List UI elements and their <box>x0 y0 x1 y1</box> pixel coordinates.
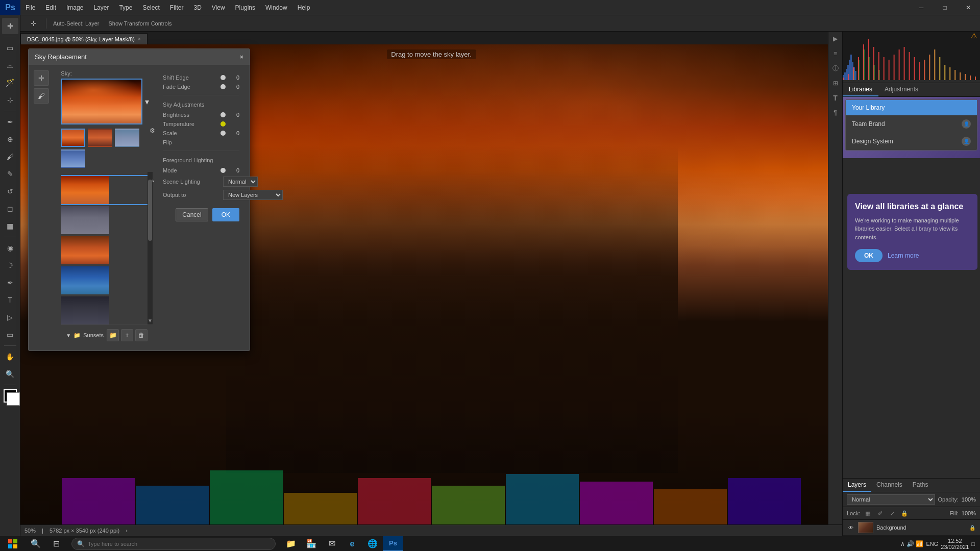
taskbar-photoshop[interactable]: Ps <box>383 536 403 552</box>
menu-window[interactable]: Window <box>260 0 292 15</box>
quick-select-tool[interactable]: 🪄 <box>2 74 18 91</box>
clone-stamp-tool[interactable]: ✎ <box>2 166 18 182</box>
menu-select[interactable]: Select <box>137 0 164 15</box>
brush-tool[interactable]: 🖌 <box>2 148 18 165</box>
menu-plugins[interactable]: Plugins <box>230 0 260 15</box>
gradient-tool[interactable]: ▦ <box>2 218 18 234</box>
list-item[interactable] <box>61 206 153 234</box>
tab-close-button[interactable]: × <box>138 36 141 42</box>
move-tool-icon[interactable]: ✛ <box>26 15 42 32</box>
panel-icon-4[interactable]: ⊞ <box>829 77 842 89</box>
blend-mode-select[interactable]: Normal <box>847 494 935 505</box>
sky-scrollbar-thumb[interactable] <box>148 180 152 241</box>
tab-libraries[interactable]: Libraries <box>843 83 878 96</box>
tab-channels[interactable]: Channels <box>871 479 908 492</box>
sky-collapse-button[interactable]: ▼ 📁 Sunsets <box>66 332 104 339</box>
sky-thumb-2[interactable] <box>88 129 112 147</box>
taskbar-search-icon[interactable]: 🔍 <box>26 536 46 552</box>
taskbar-notification[interactable]: □ <box>971 541 975 547</box>
panel-icon-info[interactable]: ⓘ <box>829 62 842 74</box>
list-item[interactable] <box>61 236 153 264</box>
marquee-tool[interactable]: ▭ <box>2 40 18 56</box>
lasso-tool[interactable]: ⌓ <box>2 57 18 73</box>
library-item-team[interactable]: Team Brand 👤 <box>846 115 977 133</box>
move-tool[interactable]: ✛ <box>2 18 18 34</box>
history-brush-tool[interactable]: ↺ <box>2 183 18 199</box>
lock-position-icon[interactable]: ✐ <box>875 509 885 518</box>
sky-scrollbar[interactable]: ▼ <box>148 172 153 324</box>
spot-heal-tool[interactable]: ⊕ <box>2 131 18 147</box>
menu-edit[interactable]: Edit <box>40 0 61 15</box>
sky-settings-button[interactable]: ⚙ <box>150 127 155 134</box>
tab-paths[interactable]: Paths <box>908 479 934 492</box>
close-button[interactable]: ✕ <box>957 0 980 15</box>
document-tab[interactable]: DSC_0045.jpg @ 50% (Sky, Layer Mask/8) × <box>20 33 148 44</box>
pen-tool[interactable]: ✒ <box>2 274 18 291</box>
type-tool[interactable]: T <box>2 292 18 308</box>
sky-new-folder-button[interactable]: 📁 <box>107 329 119 341</box>
sky-scene-light-select[interactable]: Normal <box>223 177 258 187</box>
library-ok-button[interactable]: OK <box>855 249 883 262</box>
list-item[interactable] <box>61 266 153 294</box>
taskbar-search-input[interactable] <box>88 541 270 547</box>
lock-pixels-icon[interactable]: ▦ <box>863 509 872 518</box>
eraser-tool[interactable]: ◻ <box>2 201 18 217</box>
dodge-tool[interactable]: ☽ <box>2 257 18 273</box>
menu-filter[interactable]: Filter <box>165 0 189 15</box>
sky-thumb-3[interactable] <box>115 129 139 147</box>
sky-brush-tool[interactable]: 🖌 <box>34 88 49 104</box>
menu-layer[interactable]: Layer <box>88 0 114 15</box>
sky-ok-button[interactable]: OK <box>212 208 239 221</box>
sky-thumb-4[interactable] <box>61 149 85 168</box>
library-item-design[interactable]: Design System 👤 <box>846 133 977 150</box>
status-arrow[interactable]: › <box>126 528 128 534</box>
menu-view[interactable]: View <box>207 0 230 15</box>
tab-adjustments[interactable]: Adjustments <box>878 83 924 96</box>
sky-add-button[interactable]: + <box>121 329 133 341</box>
sky-output-select[interactable]: New Layers Duplicate Layer Flatten All L… <box>223 190 283 200</box>
maximize-button[interactable]: □ <box>933 0 957 15</box>
start-button[interactable] <box>0 536 26 552</box>
sky-dropdown-arrow[interactable]: ▾ <box>145 97 149 107</box>
zoom-tool[interactable]: 🔍 <box>2 366 18 382</box>
table-row[interactable]: 👁 Background 🔒 <box>843 520 980 536</box>
sky-delete-button[interactable]: 🗑 <box>135 329 148 341</box>
sky-move-tool[interactable]: ✛ <box>34 70 49 86</box>
learn-more-link[interactable]: Learn more <box>888 252 919 259</box>
taskbar-explorer[interactable]: 📁 <box>281 536 301 552</box>
foreground-color[interactable] <box>4 389 17 403</box>
lock-artboards-icon[interactable]: ⤢ <box>888 509 897 518</box>
crop-tool[interactable]: ⊹ <box>2 92 18 108</box>
sky-cancel-button[interactable]: Cancel <box>176 208 208 221</box>
hand-tool[interactable]: ✋ <box>2 348 18 365</box>
layer-visibility-icon[interactable]: 👁 <box>847 523 855 532</box>
tab-layers[interactable]: Layers <box>843 479 871 492</box>
taskbar-mail[interactable]: ✉ <box>322 536 342 552</box>
taskbar-task-view[interactable]: ⊟ <box>46 536 66 552</box>
path-select-tool[interactable]: ▷ <box>2 309 18 325</box>
taskbar-edge[interactable]: e <box>342 536 362 552</box>
menu-help[interactable]: Help <box>292 0 315 15</box>
sky-preview-image[interactable] <box>61 79 142 124</box>
eyedropper-tool[interactable]: ✒ <box>2 114 18 130</box>
lock-all-icon[interactable]: 🔒 <box>900 509 909 518</box>
menu-file[interactable]: File <box>20 0 40 15</box>
library-item-your[interactable]: Your Library <box>846 100 977 115</box>
menu-3d[interactable]: 3D <box>188 0 206 15</box>
blur-tool[interactable]: ◉ <box>2 240 18 256</box>
panel-icon-para[interactable]: ¶ <box>829 107 842 119</box>
panel-icon-3[interactable]: ≡ <box>829 47 842 60</box>
minimize-button[interactable]: ─ <box>910 0 933 15</box>
list-item[interactable] <box>61 296 153 324</box>
sky-dialog-close-button[interactable]: × <box>239 53 243 61</box>
menu-image[interactable]: Image <box>61 0 88 15</box>
list-item[interactable] <box>61 176 153 204</box>
sky-thumb-1[interactable] <box>61 129 85 147</box>
menu-type[interactable]: Type <box>114 0 137 15</box>
shape-tool[interactable]: ▭ <box>2 327 18 343</box>
panel-icon-T[interactable]: T <box>829 92 842 104</box>
taskbar-store[interactable]: 🏪 <box>301 536 322 552</box>
scroll-down-arrow[interactable]: ▼ <box>148 317 152 324</box>
taskbar-chrome[interactable]: 🌐 <box>362 536 383 552</box>
panel-icon-2[interactable]: ▶ <box>829 33 842 45</box>
